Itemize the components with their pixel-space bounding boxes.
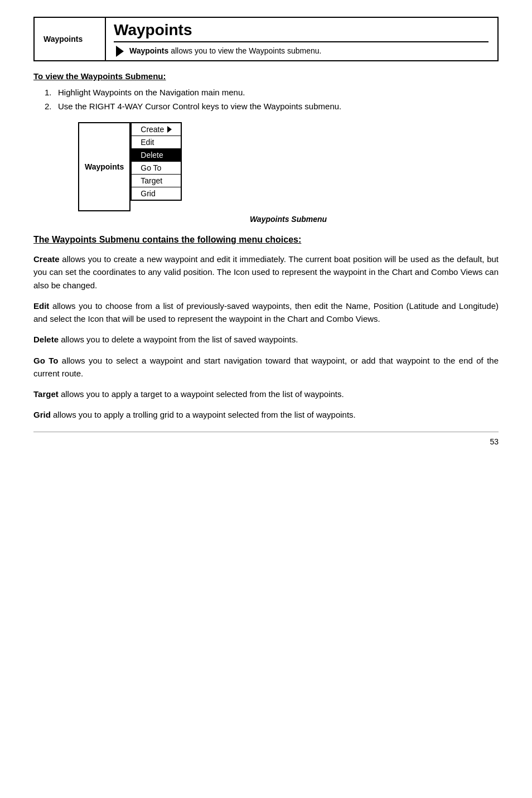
goto-description: Go To allows you to select a waypoint an… [33, 354, 499, 380]
target-term: Target [33, 389, 59, 399]
to-view-heading: To view the Waypoints Submenu: [33, 71, 499, 81]
step-2-text: Use the RIGHT 4-WAY Cursor Control keys … [58, 101, 341, 111]
header-desc-text: Waypoints allows you to view the Waypoin… [129, 46, 321, 57]
delete-term: Delete [33, 335, 59, 344]
header-desc-bold: Waypoints [129, 46, 168, 55]
header-tab-label: Waypoints [43, 35, 83, 43]
submenu-item-grid-label: Grid [141, 189, 155, 198]
header-title-row: Waypoints [114, 21, 489, 42]
delete-text: allows you to delete a waypoint from the… [59, 335, 298, 344]
header-tab: Waypoints [33, 17, 106, 61]
waypoints-diagram-box: Waypoints [78, 122, 130, 211]
right-arrow-icon [116, 46, 124, 57]
step-2: 2. Use the RIGHT 4-WAY Cursor Control ke… [45, 101, 499, 111]
grid-description: Grid allows you to apply a trolling grid… [33, 408, 499, 421]
create-arrow-icon [167, 126, 172, 133]
submenu-item-grid: Grid [132, 187, 181, 200]
submenu-left: Waypoints [78, 122, 130, 211]
target-description: Target allows you to apply a target to a… [33, 388, 499, 400]
choices-heading: The Waypoints Submenu contains the follo… [33, 235, 499, 245]
edit-description: Edit allows you to choose from a list of… [33, 299, 499, 326]
submenu-caption: Waypoints Submenu [33, 215, 499, 224]
header-area: Waypoints Waypoints Waypoints allows you… [33, 17, 499, 61]
submenu-diagram: Waypoints Create Edit Delete Go To Targe… [33, 122, 499, 211]
submenu-item-create: Create [132, 123, 181, 136]
submenu-item-goto-label: Go To [141, 163, 161, 172]
header-description: Waypoints allows you to view the Waypoin… [114, 45, 489, 57]
grid-term: Grid [33, 410, 51, 419]
edit-text: allows you to choose from a list of prev… [33, 301, 499, 323]
waypoints-diagram-label: Waypoints [85, 162, 124, 171]
submenu-item-goto: Go To [132, 162, 181, 175]
grid-text: allows you to apply a trolling grid to a… [51, 410, 356, 419]
goto-text: allows you to select a waypoint and star… [33, 356, 499, 378]
step-1-text: Highlight Waypoints on the Navigation ma… [58, 88, 245, 97]
page: Waypoints Waypoints Waypoints allows you… [0, 0, 532, 463]
target-text: allows you to apply a target to a waypoi… [59, 389, 344, 399]
submenu-item-edit: Edit [132, 136, 181, 149]
submenu-item-target-label: Target [141, 176, 162, 185]
submenu-item-edit-label: Edit [141, 138, 154, 147]
header-desc-rest: allows you to view the Waypoints submenu… [168, 46, 321, 55]
step-1: 1. Highlight Waypoints on the Navigation… [45, 88, 499, 97]
submenu-item-create-label: Create [141, 125, 164, 134]
bottom-divider [33, 432, 499, 432]
header-right: Waypoints Waypoints allows you to view t… [105, 18, 497, 60]
create-text: allows you to create a new waypoint and … [33, 254, 499, 290]
page-title: Waypoints [114, 21, 192, 39]
edit-term: Edit [33, 301, 49, 311]
create-term: Create [33, 254, 60, 264]
submenu-item-delete: Delete [132, 149, 181, 162]
delete-description: Delete allows you to delete a waypoint f… [33, 333, 499, 346]
goto-term: Go To [33, 356, 58, 365]
page-number: 53 [490, 437, 499, 446]
submenu-item-delete-label: Delete [141, 151, 163, 159]
submenu-items-list: Create Edit Delete Go To Target Grid [130, 122, 182, 201]
steps-list: 1. Highlight Waypoints on the Navigation… [33, 88, 499, 111]
create-description: Create allows you to create a new waypoi… [33, 253, 499, 292]
submenu-item-target: Target [132, 175, 181, 187]
